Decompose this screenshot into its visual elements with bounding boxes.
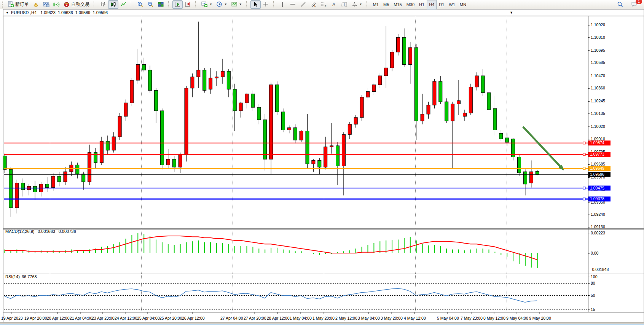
candlestick-chart-button[interactable] (108, 0, 118, 9)
equidistant-channel-button[interactable]: E (308, 0, 319, 9)
zoom-out-button[interactable] (145, 0, 156, 9)
data-window-button[interactable] (41, 0, 51, 9)
text-icon: A (331, 1, 337, 8)
auto-trading-button[interactable]: 自动交易 (62, 0, 91, 9)
candle (427, 105, 430, 114)
timeframe-m15-button[interactable]: M15 (391, 0, 404, 10)
horizontal-line-button[interactable] (288, 0, 298, 9)
chart-dropdown-icon[interactable]: ▼ (510, 11, 513, 14)
timeframe-h4-button[interactable]: H4 (427, 0, 437, 10)
fibonacci-button[interactable]: F (319, 0, 329, 9)
candle (15, 183, 19, 208)
candle (142, 64, 146, 70)
window-menu-icon: ▼ (6, 11, 9, 14)
time-label: 3 May 20:00 (381, 316, 403, 320)
candle (64, 172, 67, 182)
timeframe-d1-button[interactable]: D1 (437, 0, 446, 10)
price-tick-label: 1.09130 (591, 225, 605, 229)
candle (239, 103, 242, 111)
templates-button[interactable]: ▼ (229, 0, 244, 9)
zoom-out-icon (147, 1, 154, 8)
timeframe-w1-button[interactable]: W1 (446, 0, 457, 10)
price-tick-label: 1.10920 (591, 22, 605, 27)
ohlc-open: 1.09623 (40, 10, 56, 15)
candle (82, 174, 85, 182)
price-line-handle (583, 153, 585, 156)
toolbar-separator (195, 1, 198, 8)
periods-button[interactable]: ▼ (214, 0, 229, 9)
line-chart-button[interactable] (118, 0, 129, 9)
price-label: 1.09874 (590, 140, 604, 145)
ohlc-close: 1.09596 (92, 10, 108, 15)
macd-pane-label: MACD(12,26,9)-0.001663-0.000736 (5, 229, 78, 234)
candle (33, 186, 37, 192)
chart-canvas[interactable]: 1.110301.109201.108101.106951.105851.104… (0, 0, 644, 325)
signals-button[interactable] (51, 0, 62, 9)
cursor-button[interactable] (250, 0, 261, 9)
candle (251, 94, 255, 108)
timeframe-mn-button[interactable]: MN (457, 0, 469, 10)
candle (451, 104, 454, 121)
candle (293, 127, 297, 140)
crosshair-button[interactable] (261, 0, 271, 9)
price-line-handle (583, 167, 585, 170)
notifications-button[interactable]: 1 (629, 0, 639, 9)
svg-text:F: F (325, 5, 326, 8)
text-label-icon: T (341, 1, 348, 8)
candle (215, 77, 218, 78)
chart-title: EURUSD-,H4 (11, 10, 37, 15)
auto-scroll-icon (174, 1, 181, 8)
time-label: 27 Apr 20:00 (244, 316, 266, 320)
candle (100, 141, 103, 162)
trendline-button[interactable] (298, 0, 308, 9)
candlestick-chart-icon (110, 1, 116, 8)
text-label-button[interactable]: T (339, 0, 349, 9)
zoom-in-button[interactable] (135, 0, 145, 9)
chart-window-titlebar[interactable]: ▼ EURUSD-,H4 1.09623 1.09636 1.09589 1.0… (3, 9, 644, 16)
tile-windows-button[interactable] (156, 0, 166, 9)
mt4-terminal: 新订单 自动交易 (0, 0, 644, 325)
macd-signal-value: -0.000736 (57, 229, 76, 234)
indicators-icon (201, 1, 208, 8)
indicators-button[interactable]: ▼ (199, 0, 214, 9)
new-order-button[interactable]: 新订单 (6, 0, 31, 9)
toolbar-separator (273, 1, 276, 8)
market-watch-button[interactable] (31, 0, 41, 9)
candle (197, 70, 200, 77)
horizontal-line-icon (290, 1, 296, 8)
timeframe-m1-button[interactable]: M1 (371, 0, 381, 10)
time-label: 27 Apr 04:00 (220, 316, 243, 320)
auto-trading-icon (64, 1, 70, 8)
price-tick-label: 1.10020 (591, 124, 605, 129)
channel-icon: E (310, 1, 317, 8)
candle (493, 108, 497, 130)
chart-shift-button[interactable] (183, 0, 193, 9)
vertical-line-button[interactable] (277, 0, 288, 9)
timeframe-m5-button[interactable]: M5 (381, 0, 391, 10)
time-label: 4 May 12:00 (404, 316, 426, 320)
rsi-tick-label: 80 (591, 281, 595, 285)
candle (505, 138, 509, 142)
candle (9, 169, 13, 208)
price-tick-label: 1.10470 (591, 73, 605, 78)
price-tick-label: 1.09240 (591, 212, 605, 217)
bar-chart-button[interactable] (98, 0, 108, 9)
time-label: 26 Apr 12:00 (182, 316, 205, 320)
candle (402, 37, 406, 64)
arrows-button[interactable]: ▼ (349, 0, 364, 9)
search-button[interactable] (615, 0, 625, 9)
template-icon (231, 1, 238, 8)
text-button[interactable]: A (329, 0, 339, 9)
timeframe-h1-button[interactable]: H1 (417, 0, 427, 10)
toolbar-separator (94, 1, 96, 8)
candle (463, 113, 466, 116)
candle (342, 134, 345, 166)
candle (118, 116, 121, 137)
timeframe-m30-button[interactable]: M30 (404, 0, 417, 10)
candle (45, 184, 49, 188)
candle (421, 114, 424, 121)
auto-scroll-button[interactable] (172, 0, 183, 9)
candle (172, 159, 176, 167)
trendline-icon (300, 1, 306, 8)
price-tick-label: 1.10695 (591, 48, 605, 53)
